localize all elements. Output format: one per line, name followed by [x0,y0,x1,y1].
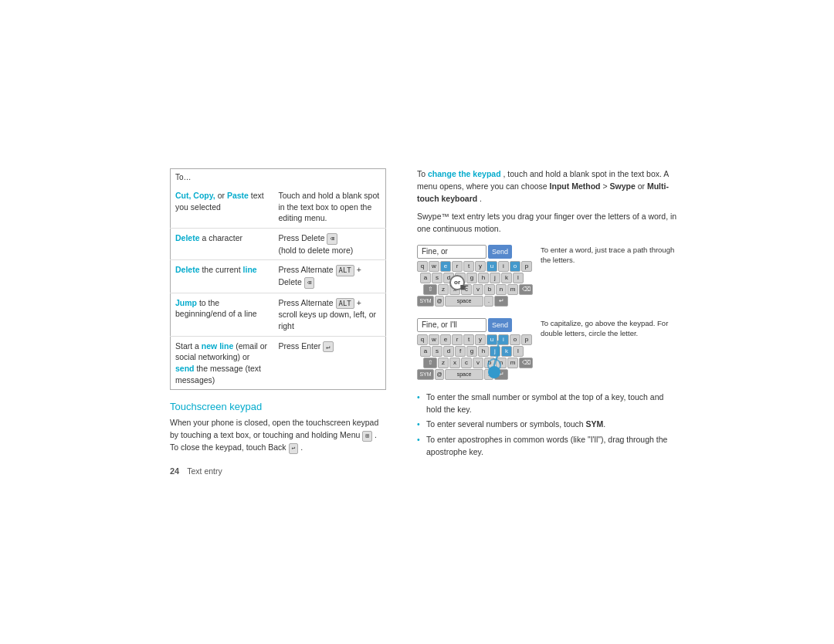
key-o[interactable]: o [510,261,520,272]
key-x2[interactable]: x [449,358,460,368]
key-p[interactable]: p [521,261,532,272]
key-i2[interactable]: i [498,334,509,345]
key-p2[interactable]: p [521,334,532,345]
kbd-input-row-1: Fine, or Send [417,245,533,259]
key-sym2[interactable]: SYM [417,369,434,380]
key-m2[interactable]: m [507,358,518,368]
delete-line-text: the current [202,265,242,274]
key-h2[interactable]: h [478,346,489,357]
key-r2[interactable]: r [452,334,463,345]
key-t2[interactable]: t [463,334,474,345]
key-del[interactable]: ⌫ [519,284,533,295]
key-space[interactable]: space [445,296,483,307]
key-l[interactable]: l [513,273,524,283]
key-j[interactable]: j [490,273,500,283]
alt-key-badge2: ALT [336,298,354,310]
back-key-badge: ↩ [289,443,299,454]
table-action-cell: Cut, Copy, or Paste text you selected [171,186,274,229]
keyboard-demo-2: Fine, or I'll Send q w e r t y u i [417,318,680,381]
key-d2[interactable]: d [443,346,454,357]
delete-char-text: a character [202,233,242,242]
key-j2[interactable]: j [490,346,500,357]
keyboard-wrapper-2: q w e r t y u i o p a s [417,334,533,380]
key-i[interactable]: i [498,261,509,272]
keyboard-block-1: Fine, or Send q w e r t y u i o [417,245,533,307]
touchscreen-body: When your phone is closed, open the touc… [170,417,386,454]
key-del2[interactable]: ⌫ [519,358,533,368]
edit-table: To… Cut, Copy, or Paste text you selecte… [170,168,386,390]
table-header: To… [171,169,386,187]
key-q2[interactable]: q [417,334,428,345]
key-e[interactable]: e [440,261,451,272]
kbd-row-2-4: SYM @ space . ↵ [417,369,533,380]
menu-key-badge: ⊞ [362,431,372,442]
table-desc-cell: Touch and hold a blank spot in the text … [273,186,385,229]
kbd-send-btn-2[interactable]: Send [488,318,512,332]
key-v2[interactable]: v [473,358,483,368]
enter-key-badge: ↵ [323,341,333,353]
table-desc-cell: Press Delete ⌫(hold to delete more) [273,229,385,260]
key-w[interactable]: w [429,261,439,272]
key-s2[interactable]: s [432,346,442,357]
key-u[interactable]: u [486,261,497,272]
touchscreen-text1: When your phone is closed, open the touc… [170,418,378,439]
key-r[interactable]: r [452,261,463,272]
intro-text: To change the keypad , touch and hold a … [417,168,680,205]
key-shift[interactable]: ⇧ [423,284,437,295]
key-space2[interactable]: space [445,369,483,380]
key-s[interactable]: s [432,273,442,283]
key-period-bottom[interactable]: . [484,296,493,307]
key-enter[interactable]: ↵ [494,296,508,307]
bullet-item-3: To enter apostrophes in common words (li… [417,434,680,459]
table-action-cell: Delete a character [171,229,274,260]
key-a[interactable]: a [420,273,431,283]
key-y[interactable]: y [475,261,486,272]
start-text: Start a [175,341,202,351]
arrow-sep: > [602,181,609,191]
bullet-2-text: To enter several numbers or symbols, tou… [426,419,605,429]
kbd-input-row-2: Fine, or I'll Send [417,318,533,332]
kbd-send-btn-1[interactable]: Send [488,245,512,259]
key-u2[interactable]: u [486,334,497,345]
key-k[interactable]: k [501,273,512,283]
key-e2[interactable]: e [440,334,451,345]
key-b[interactable]: b [484,284,495,295]
key-n[interactable]: n [496,284,507,295]
key-sym[interactable]: SYM [417,296,434,307]
delete-key-badge2: ⌫ [304,277,314,289]
key-k2[interactable]: k [501,346,512,357]
page-section-label: Text entry [187,466,222,476]
key-q[interactable]: q [417,261,428,272]
jump-link: Jump [175,298,197,307]
page-content: To… Cut, Copy, or Paste text you selecte… [154,153,680,491]
key-z[interactable]: z [438,284,449,295]
bullet-list: To enter the small number or symbol at t… [417,391,680,459]
key-f2[interactable]: f [455,346,466,357]
table-desc-cell: Press Enter ↵ [273,336,385,390]
table-desc-cell: Press Alternate ALT + scroll keys up dow… [273,293,385,336]
key-l2[interactable]: l [513,346,524,357]
or-sep: or [638,181,647,191]
key-y2[interactable]: y [475,334,486,345]
key-v[interactable]: v [473,284,483,295]
key-h[interactable]: h [478,273,489,283]
kbd-row-2-3: ⇧ z x c v b n m ⌫ [417,358,533,368]
key-shift2[interactable]: ⇧ [423,358,437,368]
finger-cursor-1: ☛ [459,281,470,293]
key-at[interactable]: @ [435,296,444,307]
send-link: send [175,364,195,373]
kbd-row-1-3: ⇧ z x c v b n m ⌫ [417,284,533,295]
key-w2[interactable]: w [429,334,439,345]
key-at2[interactable]: @ [435,369,444,380]
key-g2[interactable]: g [466,346,477,357]
key-c2[interactable]: c [461,358,472,368]
key-o2[interactable]: o [510,334,520,345]
key-m[interactable]: m [507,284,518,295]
key-t[interactable]: t [463,261,474,272]
key-a2[interactable]: a [420,346,431,357]
page-number-line: 24 Text entry [170,466,386,476]
cut-copy-link: Cut, Copy, [175,191,215,200]
table-row: Jump to the beginning/end of a line Pres… [171,293,386,336]
key-z2[interactable]: z [438,358,449,368]
keyboard-demo-1: Fine, or Send q w e r t y u i o [417,245,680,307]
